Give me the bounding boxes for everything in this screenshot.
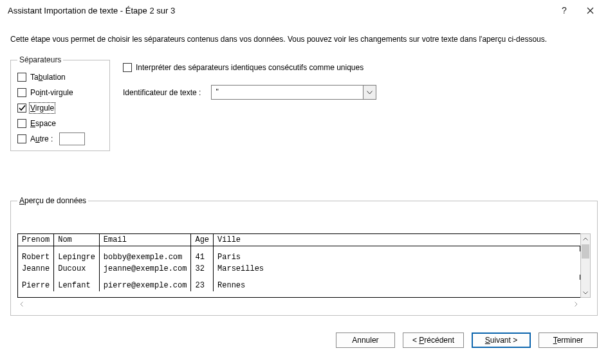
col-header: Email — [99, 234, 191, 246]
checkbox-semicolon[interactable]: Point-virgule — [17, 85, 103, 100]
col-header: Prenom — [18, 234, 54, 246]
vertical-scrollbar[interactable] — [580, 233, 591, 298]
col-header: Nom — [54, 234, 100, 246]
checkbox-comma[interactable]: Virgule — [17, 100, 103, 116]
checkbox-icon — [17, 73, 26, 82]
text-qualifier-value: " — [212, 86, 363, 99]
preview-grid[interactable]: Prenom Nom Email Age Ville Robert Leping… — [17, 233, 580, 298]
intro-text: Cette étape vous permet de choisir les s… — [10, 35, 598, 44]
scroll-up-button[interactable] — [581, 234, 590, 243]
titlebar: Assistant Importation de texte - Étape 2… — [0, 0, 608, 21]
scroll-down-button[interactable] — [581, 288, 590, 297]
separators-group: Séparateurs Tabulation Point-virgule Vir… — [10, 55, 110, 151]
chevron-left-icon — [20, 302, 23, 307]
horizontal-scrollbar[interactable] — [17, 299, 580, 309]
table-row: Robert Lepingre bobby@exemple.com 41 Par… — [18, 251, 580, 263]
combo-dropdown-button[interactable] — [363, 86, 376, 99]
text-qualifier-combo[interactable]: " — [211, 85, 376, 100]
checkbox-tabulation[interactable]: Tabulation — [17, 69, 103, 85]
help-button[interactable]: ? — [551, 1, 577, 19]
checkbox-icon — [17, 119, 26, 128]
text-qualifier-row: Identificateur de texte : " — [123, 85, 376, 100]
table-row: Pierre Lenfant pierre@exemple.com 23 Ren… — [18, 280, 580, 291]
checkbox-other[interactable]: Autre : — [17, 131, 103, 147]
scroll-right-button[interactable] — [575, 300, 578, 309]
chevron-up-icon — [583, 237, 588, 241]
preview-area: Prenom Nom Email Age Ville Robert Leping… — [17, 233, 591, 309]
preview-table: Prenom Nom Email Age Ville Robert Leping… — [18, 234, 580, 291]
table-header-row: Prenom Nom Email Age Ville — [18, 234, 580, 246]
checkbox-icon — [17, 88, 26, 97]
footer-buttons: Annuler < Précédent Suivant > Terminer — [0, 323, 608, 354]
chevron-down-icon — [583, 291, 588, 295]
checkbox-icon — [17, 134, 26, 143]
cancel-button[interactable]: Annuler — [336, 332, 395, 348]
chevron-down-icon — [367, 91, 373, 95]
checkbox-space[interactable]: Espace — [17, 116, 103, 131]
top-row: Séparateurs Tabulation Point-virgule Vir… — [10, 55, 598, 151]
chevron-right-icon — [575, 302, 578, 307]
other-separator-input[interactable] — [59, 132, 85, 145]
back-button[interactable]: < Précédent — [403, 332, 464, 348]
separators-legend: Séparateurs — [17, 55, 63, 64]
next-button[interactable]: Suivant > — [472, 332, 531, 348]
checkbox-icon — [17, 104, 26, 113]
finish-button[interactable]: Terminer — [539, 332, 598, 348]
window-title: Assistant Importation de texte - Étape 2… — [8, 6, 551, 15]
dialog-content: Cette étape vous permet de choisir les s… — [0, 21, 608, 323]
close-icon — [587, 7, 594, 14]
scroll-thumb[interactable] — [582, 244, 589, 259]
col-header: Age — [191, 234, 214, 246]
close-button[interactable] — [577, 1, 603, 19]
text-qualifier-label: Identificateur de texte : — [123, 88, 201, 97]
options-panel: Interpréter des séparateurs identiques c… — [123, 55, 376, 100]
checkbox-consecutive[interactable]: Interpréter des séparateurs identiques c… — [123, 63, 376, 72]
table-row: Jeanne Ducoux jeanne@exemple.com 32 Mars… — [18, 263, 580, 275]
col-header: Ville — [214, 234, 580, 246]
scroll-left-button[interactable] — [20, 300, 23, 309]
checkbox-icon — [123, 63, 132, 72]
preview-group: Aperçu de données Prenom Nom Email Age V… — [10, 196, 598, 316]
